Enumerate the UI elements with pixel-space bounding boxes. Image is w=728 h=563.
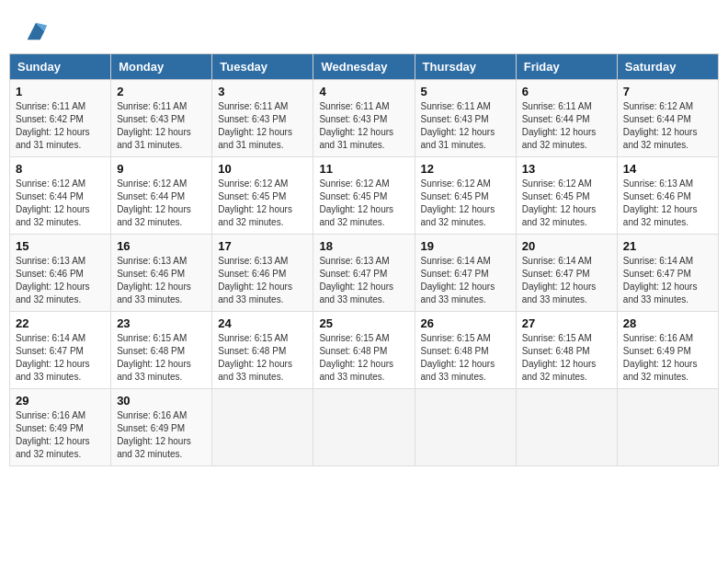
day-info: Sunrise: 6:12 AM Sunset: 6:45 PM Dayligh…: [522, 178, 611, 229]
day-number: 15: [16, 239, 105, 253]
day-number: 27: [522, 316, 611, 330]
calendar-cell: 18Sunrise: 6:13 AM Sunset: 6:47 PM Dayli…: [313, 235, 415, 312]
calendar-cell: 14Sunrise: 6:13 AM Sunset: 6:46 PM Dayli…: [617, 157, 718, 235]
week-row-5: 29Sunrise: 6:16 AM Sunset: 6:49 PM Dayli…: [10, 389, 719, 466]
calendar-cell: 2Sunrise: 6:11 AM Sunset: 6:43 PM Daylig…: [111, 80, 212, 157]
calendar-cell: 6Sunrise: 6:11 AM Sunset: 6:44 PM Daylig…: [516, 80, 617, 157]
calendar-cell: [212, 389, 313, 466]
day-info: Sunrise: 6:15 AM Sunset: 6:48 PM Dayligh…: [522, 332, 611, 384]
calendar-cell: 23Sunrise: 6:15 AM Sunset: 6:48 PM Dayli…: [111, 312, 212, 389]
day-number: 6: [522, 85, 611, 98]
column-header-monday: Monday: [111, 54, 212, 80]
calendar-cell: 11Sunrise: 6:12 AM Sunset: 6:45 PM Dayli…: [313, 157, 415, 235]
day-number: 21: [623, 239, 712, 253]
calendar-cell: 13Sunrise: 6:12 AM Sunset: 6:45 PM Dayli…: [516, 157, 617, 235]
column-header-saturday: Saturday: [617, 54, 718, 80]
day-number: 14: [623, 162, 712, 176]
calendar-cell: 1Sunrise: 6:11 AM Sunset: 6:42 PM Daylig…: [10, 80, 111, 157]
day-info: Sunrise: 6:13 AM Sunset: 6:46 PM Dayligh…: [117, 255, 206, 306]
day-number: 9: [117, 162, 206, 176]
day-number: 5: [421, 85, 510, 98]
day-info: Sunrise: 6:15 AM Sunset: 6:48 PM Dayligh…: [319, 332, 408, 384]
day-number: 29: [16, 394, 105, 408]
day-info: Sunrise: 6:12 AM Sunset: 6:44 PM Dayligh…: [623, 100, 712, 152]
day-number: 25: [319, 316, 408, 330]
header: [9, 9, 719, 49]
calendar-cell: [415, 389, 516, 466]
day-number: 7: [623, 85, 712, 98]
week-row-3: 15Sunrise: 6:13 AM Sunset: 6:46 PM Dayli…: [10, 235, 719, 312]
day-info: Sunrise: 6:11 AM Sunset: 6:44 PM Dayligh…: [522, 100, 611, 152]
day-info: Sunrise: 6:15 AM Sunset: 6:48 PM Dayligh…: [117, 332, 206, 384]
day-info: Sunrise: 6:14 AM Sunset: 6:47 PM Dayligh…: [16, 332, 105, 384]
column-header-wednesday: Wednesday: [313, 54, 415, 80]
calendar-cell: [313, 389, 415, 466]
day-info: Sunrise: 6:14 AM Sunset: 6:47 PM Dayligh…: [623, 255, 712, 306]
calendar-cell: 8Sunrise: 6:12 AM Sunset: 6:44 PM Daylig…: [10, 157, 111, 235]
day-info: Sunrise: 6:13 AM Sunset: 6:46 PM Dayligh…: [218, 255, 307, 306]
day-number: 22: [16, 316, 105, 330]
calendar-cell: 5Sunrise: 6:11 AM Sunset: 6:43 PM Daylig…: [415, 80, 516, 157]
day-info: Sunrise: 6:12 AM Sunset: 6:45 PM Dayligh…: [319, 178, 408, 229]
calendar-cell: 30Sunrise: 6:16 AM Sunset: 6:49 PM Dayli…: [111, 389, 212, 466]
day-info: Sunrise: 6:11 AM Sunset: 6:42 PM Dayligh…: [16, 100, 105, 152]
calendar-cell: 17Sunrise: 6:13 AM Sunset: 6:46 PM Dayli…: [212, 235, 313, 312]
day-info: Sunrise: 6:11 AM Sunset: 6:43 PM Dayligh…: [117, 100, 206, 152]
day-info: Sunrise: 6:12 AM Sunset: 6:44 PM Dayligh…: [117, 178, 206, 229]
calendar-cell: [617, 389, 718, 466]
day-number: 20: [522, 239, 611, 253]
day-info: Sunrise: 6:16 AM Sunset: 6:49 PM Dayligh…: [16, 409, 105, 461]
week-row-2: 8Sunrise: 6:12 AM Sunset: 6:44 PM Daylig…: [10, 157, 719, 235]
day-number: 11: [319, 162, 408, 176]
day-info: Sunrise: 6:14 AM Sunset: 6:47 PM Dayligh…: [421, 255, 510, 306]
day-number: 24: [218, 316, 307, 330]
calendar-cell: 28Sunrise: 6:16 AM Sunset: 6:49 PM Dayli…: [617, 312, 718, 389]
day-info: Sunrise: 6:11 AM Sunset: 6:43 PM Dayligh…: [421, 100, 510, 152]
column-header-tuesday: Tuesday: [212, 54, 313, 80]
calendar: SundayMondayTuesdayWednesdayThursdayFrid…: [9, 53, 719, 466]
calendar-cell: 3Sunrise: 6:11 AM Sunset: 6:43 PM Daylig…: [212, 80, 313, 157]
column-header-thursday: Thursday: [415, 54, 516, 80]
day-number: 18: [319, 239, 408, 253]
day-number: 10: [218, 162, 307, 176]
calendar-cell: 27Sunrise: 6:15 AM Sunset: 6:48 PM Dayli…: [516, 312, 617, 389]
day-info: Sunrise: 6:15 AM Sunset: 6:48 PM Dayligh…: [421, 332, 510, 384]
calendar-header-row: SundayMondayTuesdayWednesdayThursdayFrid…: [10, 54, 719, 80]
calendar-cell: 25Sunrise: 6:15 AM Sunset: 6:48 PM Dayli…: [313, 312, 415, 389]
day-info: Sunrise: 6:11 AM Sunset: 6:43 PM Dayligh…: [218, 100, 307, 152]
calendar-cell: 16Sunrise: 6:13 AM Sunset: 6:46 PM Dayli…: [111, 235, 212, 312]
calendar-cell: 22Sunrise: 6:14 AM Sunset: 6:47 PM Dayli…: [10, 312, 111, 389]
logo: [23, 18, 52, 44]
day-info: Sunrise: 6:13 AM Sunset: 6:47 PM Dayligh…: [319, 255, 408, 306]
week-row-1: 1Sunrise: 6:11 AM Sunset: 6:42 PM Daylig…: [10, 80, 719, 157]
day-number: 28: [623, 316, 712, 330]
day-number: 3: [218, 85, 307, 98]
week-row-4: 22Sunrise: 6:14 AM Sunset: 6:47 PM Dayli…: [10, 312, 719, 389]
day-number: 1: [16, 85, 105, 98]
calendar-cell: 12Sunrise: 6:12 AM Sunset: 6:45 PM Dayli…: [415, 157, 516, 235]
calendar-cell: 19Sunrise: 6:14 AM Sunset: 6:47 PM Dayli…: [415, 235, 516, 312]
day-info: Sunrise: 6:12 AM Sunset: 6:45 PM Dayligh…: [218, 178, 307, 229]
day-info: Sunrise: 6:12 AM Sunset: 6:45 PM Dayligh…: [421, 178, 510, 229]
calendar-cell: 4Sunrise: 6:11 AM Sunset: 6:43 PM Daylig…: [313, 80, 415, 157]
column-header-friday: Friday: [516, 54, 617, 80]
day-info: Sunrise: 6:15 AM Sunset: 6:48 PM Dayligh…: [218, 332, 307, 384]
day-number: 16: [117, 239, 206, 253]
calendar-cell: 26Sunrise: 6:15 AM Sunset: 6:48 PM Dayli…: [415, 312, 516, 389]
calendar-cell: 15Sunrise: 6:13 AM Sunset: 6:46 PM Dayli…: [10, 235, 111, 312]
day-number: 13: [522, 162, 611, 176]
column-header-sunday: Sunday: [10, 54, 111, 80]
day-info: Sunrise: 6:12 AM Sunset: 6:44 PM Dayligh…: [16, 178, 105, 229]
day-number: 2: [117, 85, 206, 98]
day-number: 4: [319, 85, 408, 98]
calendar-cell: 7Sunrise: 6:12 AM Sunset: 6:44 PM Daylig…: [617, 80, 718, 157]
day-info: Sunrise: 6:16 AM Sunset: 6:49 PM Dayligh…: [623, 332, 712, 384]
day-number: 30: [117, 394, 206, 408]
day-info: Sunrise: 6:16 AM Sunset: 6:49 PM Dayligh…: [117, 409, 206, 461]
calendar-cell: 9Sunrise: 6:12 AM Sunset: 6:44 PM Daylig…: [111, 157, 212, 235]
day-number: 12: [421, 162, 510, 176]
day-info: Sunrise: 6:13 AM Sunset: 6:46 PM Dayligh…: [623, 178, 712, 229]
day-info: Sunrise: 6:11 AM Sunset: 6:43 PM Dayligh…: [319, 100, 408, 152]
calendar-body: 1Sunrise: 6:11 AM Sunset: 6:42 PM Daylig…: [10, 80, 719, 466]
calendar-cell: 21Sunrise: 6:14 AM Sunset: 6:47 PM Dayli…: [617, 235, 718, 312]
